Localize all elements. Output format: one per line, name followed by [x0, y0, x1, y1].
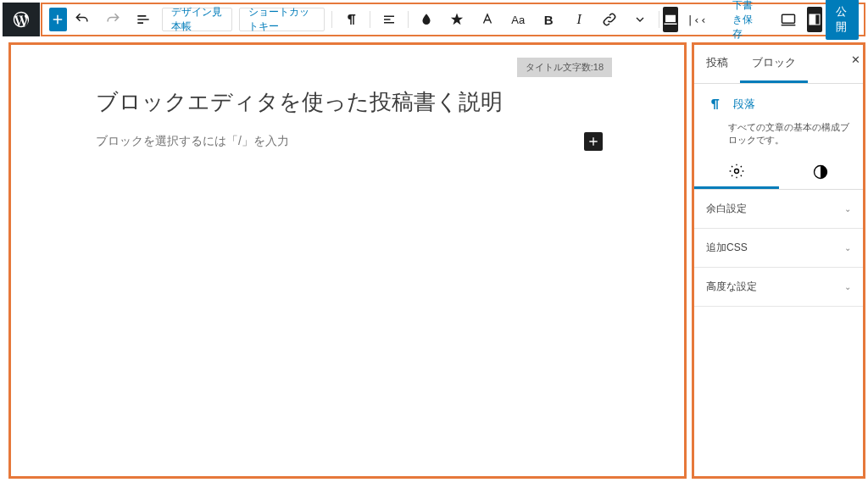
shortcut-keys-link[interactable]: ショートカットキー — [239, 8, 325, 31]
paragraph-block-icon — [706, 96, 723, 113]
title-character-count: タイトル文字数:18 — [517, 58, 612, 77]
toolbar-separator — [331, 11, 332, 28]
publish-button[interactable]: 公開 — [826, 0, 859, 40]
tab-post[interactable]: 投稿 — [694, 45, 740, 83]
panel-advanced-settings[interactable]: 高度な設定 ⌄ — [694, 268, 863, 307]
undo-button[interactable] — [67, 4, 97, 35]
design-sample-link[interactable]: デザイン見本帳 — [162, 8, 233, 31]
link-button[interactable] — [594, 4, 625, 35]
block-info: 段落 すべての文章の基本の構成ブロックです。 — [694, 84, 863, 155]
post-title-input[interactable]: ブロックエディタを使った投稿書く説明 — [96, 87, 599, 117]
chevron-down-icon: ⌄ — [844, 204, 851, 214]
save-draft-button[interactable]: 下書き保存 — [724, 0, 770, 42]
panel-label: 余白設定 — [706, 202, 747, 216]
collapse-icon[interactable]: |‹‹ — [682, 4, 712, 35]
block-placeholder[interactable]: ブロックを選択するには「/」を入力 — [96, 134, 599, 149]
chevron-down-icon: ⌄ — [844, 243, 851, 252]
font-size-icon[interactable]: Aa — [503, 4, 533, 35]
add-block-button[interactable] — [49, 8, 67, 31]
wordpress-logo[interactable] — [3, 3, 40, 36]
inline-add-block-button[interactable] — [584, 132, 603, 151]
block-description: すべての文章の基本の構成ブロックです。 — [706, 121, 851, 147]
tab-block[interactable]: ブロック — [740, 45, 808, 83]
panel-margin-settings[interactable]: 余白設定 ⌄ — [694, 190, 863, 229]
list-view-button[interactable] — [128, 4, 159, 35]
toolbar-separator — [659, 11, 659, 28]
top-toolbar: デザイン見本帳 ショートカットキー Aa B I |‹‹ 下書き保存 公 — [41, 3, 865, 36]
align-button[interactable] — [374, 4, 404, 35]
text-color-icon[interactable] — [472, 4, 503, 35]
preview-button[interactable] — [773, 4, 804, 35]
star-icon[interactable] — [442, 4, 472, 35]
svg-rect-0 — [782, 14, 795, 23]
paragraph-icon[interactable] — [336, 4, 366, 35]
sidebar-tabs: 投稿 ブロック ✕ — [694, 45, 863, 84]
panel-label: 高度な設定 — [706, 280, 757, 294]
svg-point-2 — [734, 169, 738, 173]
device-preview-button[interactable] — [663, 7, 678, 32]
bold-button[interactable]: B — [533, 4, 564, 35]
toolbar-separator — [408, 11, 409, 28]
sidebar-subtabs — [694, 155, 863, 190]
editor-canvas: タイトル文字数:18 ブロックエディタを使った投稿書く説明 ブロックを選択するに… — [8, 42, 687, 479]
close-sidebar-icon[interactable]: ✕ — [851, 53, 860, 66]
chevron-down-icon: ⌄ — [844, 282, 851, 291]
toolbar-separator — [370, 11, 370, 28]
settings-sidebar-toggle[interactable] — [807, 7, 822, 32]
background-color-icon[interactable] — [411, 4, 442, 35]
styles-subtab[interactable] — [779, 155, 864, 189]
svg-rect-1 — [810, 14, 815, 25]
panel-additional-css[interactable]: 追加CSS ⌄ — [694, 229, 863, 268]
italic-button[interactable]: I — [564, 4, 594, 35]
block-name-label: 段落 — [733, 97, 755, 112]
settings-sidebar: 投稿 ブロック ✕ 段落 すべての文章の基本の構成ブロックです。 余白設定 ⌄ … — [692, 42, 865, 479]
block-placeholder-text: ブロックを選択するには「/」を入力 — [96, 134, 289, 147]
settings-subtab[interactable] — [694, 155, 779, 189]
panel-label: 追加CSS — [706, 241, 748, 255]
redo-button[interactable] — [97, 4, 128, 35]
chevron-down-icon[interactable] — [625, 4, 655, 35]
